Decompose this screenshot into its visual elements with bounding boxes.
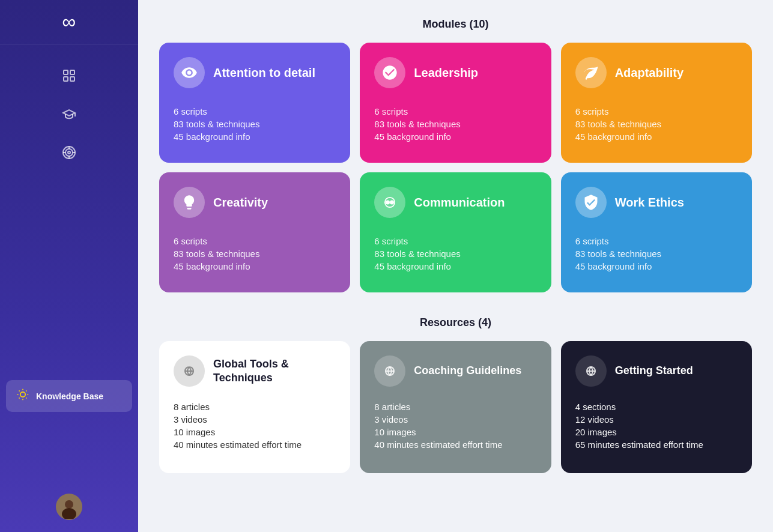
logo-icon: ∞ [62,11,76,33]
module-card-work-ethics[interactable]: Work Ethics 6 scripts 83 tools & techniq… [561,172,752,292]
global-tools-effort: 40 minutes estimated effort time [174,440,336,450]
module-header-adaptability: Adaptability [575,57,738,88]
coaching-stats: 8 articles 3 videos 10 images 40 minutes… [374,402,536,450]
main-content: Modules (10) Attention to detail 6 scrip… [138,0,773,532]
svg-line-14 [19,391,20,391]
module-card-leadership[interactable]: Leadership 6 scripts 83 tools & techniqu… [360,43,551,163]
global-tools-images: 10 images [174,427,336,437]
adaptability-tools: 83 tools & techniques [575,119,738,129]
getting-started-icon [575,355,607,387]
attention-tools: 83 tools & techniques [174,119,336,129]
creativity-icon [174,187,205,218]
attention-scripts: 6 scripts [174,106,336,116]
creativity-tools: 83 tools & techniques [174,249,336,259]
attention-title: Attention to detail [213,66,315,80]
global-tools-videos: 3 videos [174,414,336,425]
creativity-scripts: 6 scripts [174,236,336,246]
coaching-effort: 40 minutes estimated effort time [374,440,536,450]
module-header-communication: Communication [374,187,536,218]
global-tools-title: Global Tools & Techniques [213,357,336,385]
creativity-stats: 6 scripts 83 tools & techniques 45 backg… [174,236,336,271]
coaching-title: Coaching Guidelines [414,364,521,378]
svg-point-21 [65,500,73,509]
module-header-leadership: Leadership [374,57,536,88]
sidebar-logo: ∞ [0,0,138,44]
module-card-communication[interactable]: Communication 6 scripts 83 tools & techn… [360,172,551,292]
leadership-tools: 83 tools & techniques [374,119,536,129]
svg-rect-2 [64,77,68,81]
modules-grid: Attention to detail 6 scripts 83 tools &… [159,43,752,292]
svg-line-15 [26,397,26,398]
leadership-stats: 6 scripts 83 tools & techniques 45 backg… [374,106,536,142]
module-header-attention: Attention to detail [174,57,336,88]
resource-card-coaching[interactable]: Coaching Guidelines 8 articles 3 videos … [360,341,551,473]
communication-scripts: 6 scripts [374,236,536,246]
resources-section-title: Resources (4) [159,316,752,329]
leadership-background: 45 background info [374,131,536,142]
resources-grid: Global Tools & Techniques 8 articles 3 v… [159,341,752,473]
modules-section-title: Modules (10) [159,18,752,31]
attention-icon [174,57,205,88]
sidebar-knowledge-base-label: Knowledge Base [36,391,103,401]
creativity-background: 45 background info [174,261,336,271]
adaptability-background: 45 background info [575,131,738,142]
getting-started-images: 20 images [575,427,738,437]
work-ethics-background: 45 background info [575,261,738,271]
module-card-creativity[interactable]: Creativity 6 scripts 83 tools & techniqu… [159,172,350,292]
resource-card-getting-started[interactable]: Getting Started 4 sections 12 videos 20 … [561,341,752,473]
work-ethics-title: Work Ethics [615,196,684,210]
sidebar-item-grid[interactable] [56,62,82,89]
work-ethics-scripts: 6 scripts [575,236,738,246]
getting-started-effort: 65 minutes estimated effort time [575,440,738,450]
resource-header-coaching: Coaching Guidelines [374,355,536,387]
resource-header-getting-started: Getting Started [575,355,738,387]
adaptability-title: Adaptability [615,66,684,80]
attention-stats: 6 scripts 83 tools & techniques 45 backg… [174,106,336,142]
svg-point-24 [390,201,394,205]
svg-point-5 [65,149,73,156]
global-tools-icon [174,355,205,387]
adaptability-scripts: 6 scripts [575,106,738,116]
svg-point-6 [68,151,70,154]
getting-started-stats: 4 sections 12 videos 20 images 65 minute… [575,402,738,450]
svg-rect-0 [64,70,68,74]
sidebar: ∞ [0,0,138,532]
sidebar-item-target[interactable] [56,139,82,166]
svg-rect-3 [70,77,74,81]
communication-tools: 83 tools & techniques [374,249,536,259]
svg-rect-1 [70,70,74,74]
module-card-adaptability[interactable]: Adaptability 6 scripts 83 tools & techni… [561,43,752,163]
sidebar-nav-icons [0,62,138,166]
work-ethics-icon [575,187,607,218]
knowledge-base-icon [17,388,29,404]
leadership-title: Leadership [414,66,478,80]
coaching-images: 10 images [374,427,536,437]
adaptability-icon [575,57,607,88]
coaching-articles: 8 articles [374,402,536,412]
svg-point-23 [386,201,390,205]
getting-started-title: Getting Started [615,364,693,378]
svg-line-19 [26,391,26,391]
creativity-title: Creativity [213,196,268,210]
global-tools-articles: 8 articles [174,402,336,412]
module-card-attention[interactable]: Attention to detail 6 scripts 83 tools &… [159,43,350,163]
svg-line-18 [19,397,20,398]
attention-background: 45 background info [174,131,336,142]
module-header-creativity: Creativity [174,187,336,218]
svg-point-11 [20,392,25,397]
user-avatar[interactable] [56,494,82,520]
work-ethics-tools: 83 tools & techniques [575,249,738,259]
sidebar-knowledge-base[interactable]: Knowledge Base [6,380,132,412]
getting-started-videos: 12 videos [575,414,738,425]
getting-started-sections: 4 sections [575,402,738,412]
communication-icon [374,187,405,218]
sidebar-item-learn[interactable] [56,101,82,127]
leadership-icon [374,57,405,88]
coaching-icon [374,355,405,387]
adaptability-stats: 6 scripts 83 tools & techniques 45 backg… [575,106,738,142]
work-ethics-stats: 6 scripts 83 tools & techniques 45 backg… [575,236,738,271]
resource-header-global-tools: Global Tools & Techniques [174,355,336,387]
global-tools-stats: 8 articles 3 videos 10 images 40 minutes… [174,402,336,450]
communication-title: Communication [414,196,505,210]
resource-card-global-tools[interactable]: Global Tools & Techniques 8 articles 3 v… [159,341,350,473]
